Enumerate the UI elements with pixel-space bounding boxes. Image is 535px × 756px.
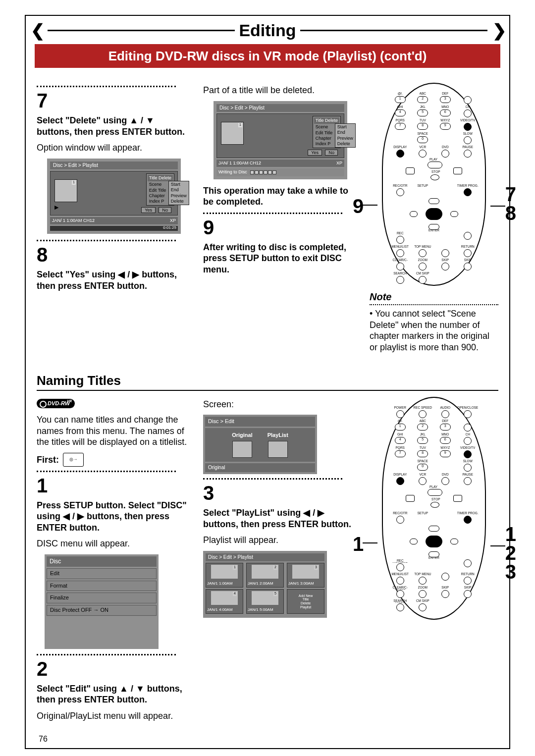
play-icon: ▶ bbox=[54, 204, 58, 211]
page-number: 76 bbox=[26, 731, 509, 748]
first-label: First: bbox=[37, 454, 59, 466]
chevron-left-ornament: ❮ bbox=[26, 20, 48, 41]
yes-button: Yes bbox=[141, 207, 156, 213]
step3-result: Playlist will appear. bbox=[203, 535, 358, 546]
osd-screenshot-step9: Disc > Edit > Playlist 1 Title Delete Sc… bbox=[214, 101, 347, 179]
naming-intro: You can name titles and change the names… bbox=[37, 414, 191, 448]
section-subtitle-bar: Editing DVD-RW discs in VR mode (Playlis… bbox=[35, 44, 500, 68]
note-heading: Note bbox=[370, 291, 498, 303]
playlist-grid-screenshot: Disc > Edit > Playlist 1JAN/1 1:00AM 2JA… bbox=[203, 551, 327, 618]
warning-text: This operation may take a while to be co… bbox=[203, 185, 358, 208]
page-title: Editing bbox=[235, 20, 300, 41]
divider bbox=[37, 240, 176, 241]
enter-button bbox=[426, 208, 442, 220]
step2-instruction: Select "Edit" using ▲ / ▼ buttons, then … bbox=[37, 683, 191, 705]
callout-9: 9 bbox=[353, 194, 364, 218]
screen-label: Screen: bbox=[203, 399, 358, 410]
osd-screenshot-step7: Disc > Edit > Playlist 1 ▶ Title Delete … bbox=[47, 159, 181, 234]
play-button bbox=[428, 162, 442, 168]
callout-1-left: 1 bbox=[353, 532, 364, 556]
rew-button bbox=[406, 167, 415, 174]
rule bbox=[48, 30, 235, 31]
step3-instruction: Select "PlayList" using ◀ / ▶ buttons, t… bbox=[203, 507, 358, 530]
callout-7-8: 7 8 bbox=[505, 185, 516, 222]
divider bbox=[203, 478, 342, 480]
no-button: No bbox=[159, 207, 171, 213]
dvd-rw-vr-badge: VRDVD-RW bbox=[37, 399, 75, 409]
step2-result: Original/PlayList menu will appear. bbox=[37, 710, 191, 722]
callout-123: 1 2 3 bbox=[505, 525, 516, 581]
disc-menu-screenshot: Disc Edit Format Finalize Disc Protect O… bbox=[45, 554, 159, 649]
step-number-8: 8 bbox=[37, 242, 191, 267]
insert-disc-icon: ◎→ bbox=[63, 453, 84, 467]
divider bbox=[37, 390, 498, 391]
step-number-3: 3 bbox=[203, 481, 358, 505]
divider bbox=[37, 86, 176, 87]
progress-bar bbox=[250, 170, 276, 174]
divider bbox=[37, 471, 176, 472]
step1-instruction: Press SETUP button. Select "DISC" using … bbox=[37, 500, 191, 534]
step7-instruction: Select "Delete" using ▲ / ▼ buttons, the… bbox=[37, 115, 191, 137]
step-number-7: 7 bbox=[37, 88, 191, 113]
divider bbox=[203, 213, 342, 214]
step9-intro: Part of a title will be deleted. bbox=[203, 85, 358, 96]
remote-control-diagram: @/.1 ABC2 DEF3 GHI4 JKL5 MNO6 CH PQRS7 T… bbox=[382, 83, 486, 286]
chevron-right-ornament: ❯ bbox=[487, 20, 509, 41]
original-playlist-screenshot: Disc > Edit Original PlayList Original bbox=[203, 415, 317, 474]
stop-button bbox=[430, 174, 439, 180]
divider bbox=[370, 304, 498, 305]
navigation-pad bbox=[407, 198, 461, 230]
note-text: • You cannot select "Scene Delete" when … bbox=[370, 308, 498, 353]
step1-result: DISC menu will appear. bbox=[37, 538, 191, 549]
step-number-9: 9 bbox=[203, 215, 358, 240]
rule bbox=[300, 30, 487, 31]
divider bbox=[37, 654, 176, 655]
step8-instruction: Select "Yes" using ◀ / ▶ buttons, then p… bbox=[37, 269, 191, 291]
ff-button bbox=[453, 167, 462, 174]
step7-result: Option window will appear. bbox=[37, 142, 191, 154]
remote-control-diagram-2: POWER REC SPEED AUDIO OPEN/CLOSE @/.1 AB… bbox=[382, 397, 486, 620]
step9-instruction: After writing to disc is completed, pres… bbox=[203, 242, 358, 275]
section-heading: Naming Titles bbox=[37, 373, 498, 389]
step-number-1: 1 bbox=[37, 473, 191, 498]
step-number-2: 2 bbox=[37, 656, 191, 681]
breadcrumb: Disc > Edit > Playlist bbox=[50, 162, 178, 170]
